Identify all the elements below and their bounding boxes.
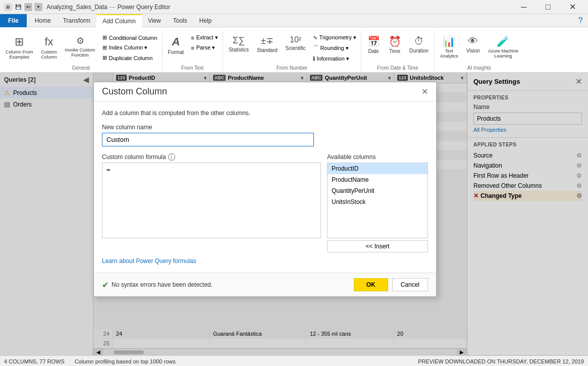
avail-item-productid[interactable]: ProductID	[328, 163, 427, 174]
quantityperunit-header-label: QuantityPerUnit	[325, 75, 367, 81]
step-first-row-gear-icon[interactable]: ⚙	[576, 172, 582, 179]
parse-button[interactable]: ≡ Parse ▾	[188, 43, 221, 53]
step-navigation[interactable]: Navigation ⚙	[473, 161, 582, 171]
step-changed-type-gear-icon[interactable]: ⚙	[576, 192, 582, 199]
cell-25-1	[113, 339, 210, 348]
parse-icon: ≡	[191, 45, 194, 51]
new-column-name-input[interactable]	[102, 133, 314, 146]
horizontal-scrollbar[interactable]: ◀ ▶	[93, 348, 467, 355]
avail-item-productname[interactable]: ProductName	[328, 174, 427, 185]
step-removed-gear-icon[interactable]: ⚙	[576, 182, 582, 189]
step-changed-type[interactable]: ✕ Changed Type ⚙	[473, 191, 582, 201]
step-first-row-header[interactable]: First Row as Header ⚙	[473, 171, 582, 181]
vision-button[interactable]: 👁 Vision	[463, 33, 484, 56]
format-button[interactable]: A Format	[165, 33, 188, 58]
column-from-examples-button[interactable]: ⊞ Column FromExamples	[2, 33, 37, 62]
query-name-input[interactable]	[473, 113, 582, 125]
query-settings-close-button[interactable]: ✕	[575, 77, 582, 86]
conditional-column-button[interactable]: ⊞ Conditional Column	[100, 33, 160, 42]
check-icon: ✔	[102, 280, 109, 290]
rounding-button[interactable]: ⌒ Rounding ▾	[310, 43, 359, 54]
formula-section: Custom column formula i = Available colu…	[102, 153, 428, 252]
avail-item-quantityperunit[interactable]: QuantityPerUnit	[328, 185, 427, 196]
tools-menu[interactable]: Tools	[167, 14, 193, 27]
step-source-gear-icon[interactable]: ⚙	[576, 152, 582, 159]
home-menu[interactable]: Home	[29, 14, 57, 27]
minimize-button[interactable]: ─	[512, 0, 536, 14]
productname-dropdown-icon[interactable]: ▾	[301, 75, 303, 81]
cell-24-1: 24	[113, 329, 210, 338]
step-navigation-gear-icon[interactable]: ⚙	[576, 162, 582, 169]
help-menu[interactable]: Help	[193, 14, 218, 27]
step-removed-other-columns[interactable]: Removed Other Columns ⚙	[473, 181, 582, 191]
undo-icon[interactable]: ↩	[24, 3, 32, 11]
add-column-menu[interactable]: Add Column	[96, 14, 142, 27]
maximize-button[interactable]: □	[537, 0, 560, 14]
statistics-button[interactable]: Σ∑ Statistics	[225, 33, 252, 55]
col-productname-header[interactable]: ABC ProductName ▾	[210, 73, 307, 83]
sidebar-collapse-button[interactable]: ◀	[83, 76, 89, 84]
all-properties-link[interactable]: All Properties	[473, 127, 506, 133]
standard-button[interactable]: ±∓ Standard	[253, 33, 281, 56]
ai-insights-group-label: AI Insights	[467, 64, 491, 72]
format-label: Format	[168, 49, 184, 55]
step-navigation-label: Navigation	[473, 162, 502, 169]
properties-section: PROPERTIES Name All Properties	[467, 91, 588, 138]
extract-button[interactable]: ≡ Extract ▾	[188, 33, 221, 42]
invoke-custom-function-button[interactable]: ⚙ Invoke CustomFunction	[62, 33, 99, 60]
avail-item-unitsinstock[interactable]: UnitsInStock	[328, 196, 427, 207]
information-label: Information ▾	[317, 56, 349, 62]
sidebar-item-products[interactable]: ⚠ Products	[0, 87, 93, 98]
information-icon: ℹ	[313, 56, 315, 62]
formula-textarea[interactable]: =	[102, 163, 321, 238]
vision-label: Vision	[466, 48, 480, 54]
query-settings-panel: Query Settings ✕ PROPERTIES Name All Pro…	[467, 73, 588, 355]
sidebar-products-label: Products	[13, 89, 37, 96]
formula-info-icon[interactable]: i	[168, 153, 175, 161]
help-icon[interactable]: ?	[573, 16, 588, 25]
index-column-button[interactable]: ⊞ Index Column ▾	[100, 43, 160, 53]
quantityperunit-dropdown-icon[interactable]: ▾	[388, 75, 391, 81]
productid-dropdown-icon[interactable]: ▾	[204, 75, 206, 81]
scroll-left-btn[interactable]: ◀	[93, 349, 103, 356]
modal-close-button[interactable]: ✕	[421, 87, 428, 96]
col-quantityperunit-header[interactable]: ABC QuantityPerUnit ▾	[307, 73, 394, 83]
col-productid-header[interactable]: 123 ProductID ▾	[113, 73, 210, 83]
ribbon-col-general-small: ⊞ Conditional Column ⊞ Index Column ▾ ⊞ …	[100, 33, 160, 63]
view-menu[interactable]: View	[142, 14, 167, 27]
text-analytics-button[interactable]: 📊 TextAnalytics	[437, 33, 462, 61]
text-analytics-label: TextAnalytics	[440, 48, 458, 59]
azure-ml-button[interactable]: 🧪 Azure MachineLearning	[485, 33, 522, 61]
col-unitsinstock-header[interactable]: 123 UnitsInStock ▾	[394, 73, 467, 83]
invoke-label: Invoke CustomFunction	[65, 47, 95, 58]
step-changed-type-x-icon[interactable]: ✕	[473, 192, 478, 199]
table-icon: ▤	[4, 100, 10, 108]
unitsinstock-dropdown-icon[interactable]: ▾	[461, 75, 463, 81]
learn-link[interactable]: Learn about Power Query formulas	[102, 257, 428, 265]
scientific-button[interactable]: 10² Scientific	[282, 33, 309, 54]
close-button[interactable]: ✕	[561, 0, 584, 14]
custom-column-button[interactable]: fx CustomColumn	[38, 33, 61, 62]
duration-button[interactable]: ⏱ Duration	[406, 33, 432, 56]
transform-menu[interactable]: Transform	[57, 14, 96, 27]
rounding-icon: ⌒	[313, 44, 318, 52]
time-button[interactable]: ⏰ Time	[385, 33, 405, 57]
cancel-button[interactable]: Cancel	[392, 278, 428, 291]
date-button[interactable]: 📅 Date	[363, 33, 384, 57]
scrollbar-thumb[interactable]	[114, 350, 144, 354]
ribbon-from-text-content: A Format ≡ Extract ▾ ≡ Parse ▾	[165, 31, 221, 64]
modal-body: Add a column that is computed from the o…	[94, 101, 436, 273]
scroll-right-btn[interactable]: ▶	[457, 349, 467, 356]
ok-button[interactable]: OK	[354, 278, 388, 291]
insert-button[interactable]: << Insert	[327, 240, 428, 252]
column-examples-label: Column FromExamples	[6, 49, 33, 60]
sidebar-item-orders[interactable]: ▤ Orders	[0, 98, 93, 110]
trigonometry-button[interactable]: ∿ Trigonometry ▾	[310, 33, 359, 42]
duplicate-column-button[interactable]: ⊞ Duplicate Column	[100, 53, 160, 63]
chevron-down-icon[interactable]: ▾	[34, 3, 42, 11]
step-source[interactable]: Source ⚙	[473, 150, 582, 161]
time-icon: ⏰	[389, 35, 401, 47]
information-button[interactable]: ℹ Information ▾	[310, 54, 359, 64]
save-icon[interactable]: 💾	[14, 3, 22, 11]
file-menu[interactable]: File	[0, 14, 27, 27]
